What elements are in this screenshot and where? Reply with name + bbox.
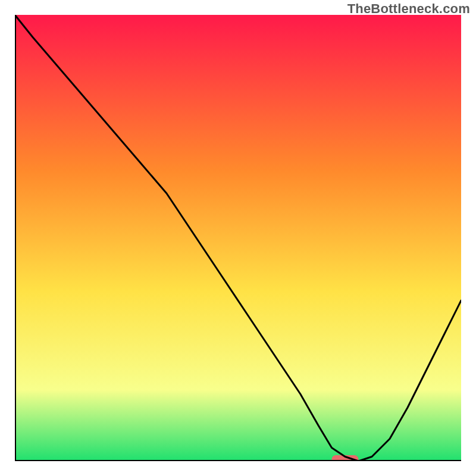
bottleneck-chart [15,15,461,461]
chart-root: TheBottleneck.com [0,0,476,476]
plot-area [15,15,461,461]
gradient-background [15,15,461,461]
